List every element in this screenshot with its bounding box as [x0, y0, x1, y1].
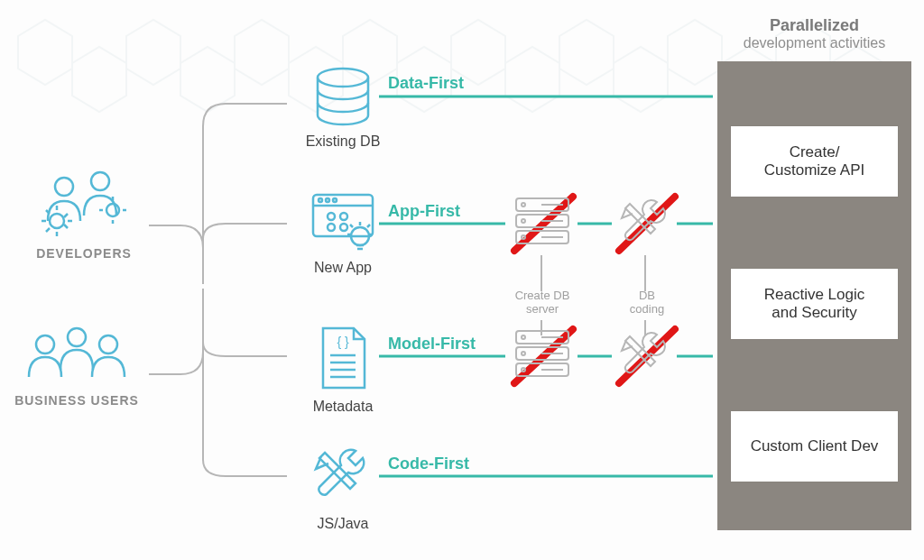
svg-point-30: [340, 213, 347, 220]
card-create-api: Create/ Customize API: [731, 126, 898, 197]
svg-point-20: [36, 335, 54, 353]
approach-new-app: New App: [289, 189, 397, 276]
approach-metadata: { } Metadata: [289, 323, 397, 415]
mid-label-create-db: Create DB server: [502, 289, 583, 316]
database-icon: [307, 65, 379, 128]
path-label-app-first: App-First: [388, 202, 460, 221]
svg-point-43: [522, 219, 525, 223]
business-users-label: BUSINESS USERS: [9, 393, 144, 408]
svg-point-22: [99, 335, 117, 353]
card-client-dev: Custom Client Dev: [731, 411, 898, 482]
svg-point-26: [319, 198, 322, 202]
parallel-title-2: development activities: [717, 35, 911, 51]
approach-js-java: JS/Java: [289, 442, 397, 532]
tools-icon-row2: [615, 327, 679, 383]
new-app-icon: [306, 189, 380, 254]
server-icon-row1: [511, 195, 574, 251]
approach-existing-db: Existing DB: [289, 65, 397, 150]
svg-point-49: [522, 335, 525, 339]
path-label-model-first: Model-First: [388, 335, 476, 353]
svg-point-19: [106, 204, 119, 216]
server-icon-row2: [511, 327, 574, 383]
new-app-caption: New App: [289, 260, 397, 276]
persona-business-users: BUSINESS USERS: [9, 323, 144, 408]
existing-db-caption: Existing DB: [289, 133, 397, 150]
tools-icon: [307, 442, 379, 510]
metadata-icon: { }: [310, 323, 375, 393]
mid-label-db-coding: DB coding: [606, 289, 688, 316]
svg-point-28: [333, 198, 337, 202]
metadata-caption: Metadata: [289, 399, 397, 415]
js-java-caption: JS/Java: [289, 516, 397, 532]
svg-point-31: [328, 224, 335, 231]
svg-point-52: [522, 352, 525, 355]
path-label-data-first: Data-First: [388, 74, 464, 93]
parallel-header: Parallelized development activities: [717, 16, 911, 51]
svg-point-16: [55, 178, 73, 196]
svg-point-29: [328, 213, 335, 220]
svg-point-23: [318, 69, 368, 87]
svg-point-17: [91, 172, 109, 190]
svg-point-32: [340, 224, 347, 231]
svg-point-27: [326, 198, 329, 202]
parallel-title-1: Parallelized: [717, 16, 911, 35]
tools-icon-row1: [615, 195, 679, 251]
svg-point-46: [522, 235, 525, 239]
svg-point-55: [522, 368, 525, 372]
developers-label: DEVELOPERS: [16, 246, 152, 261]
developers-icon: [30, 167, 138, 239]
persona-developers: DEVELOPERS: [16, 167, 152, 261]
path-label-code-first: Code-First: [388, 454, 469, 473]
svg-point-40: [522, 203, 525, 207]
svg-text:{ }: { }: [337, 335, 349, 349]
card-reactive: Reactive Logic and Security: [731, 269, 898, 339]
svg-point-18: [50, 214, 64, 228]
business-users-icon: [14, 323, 140, 386]
svg-point-21: [68, 328, 86, 346]
